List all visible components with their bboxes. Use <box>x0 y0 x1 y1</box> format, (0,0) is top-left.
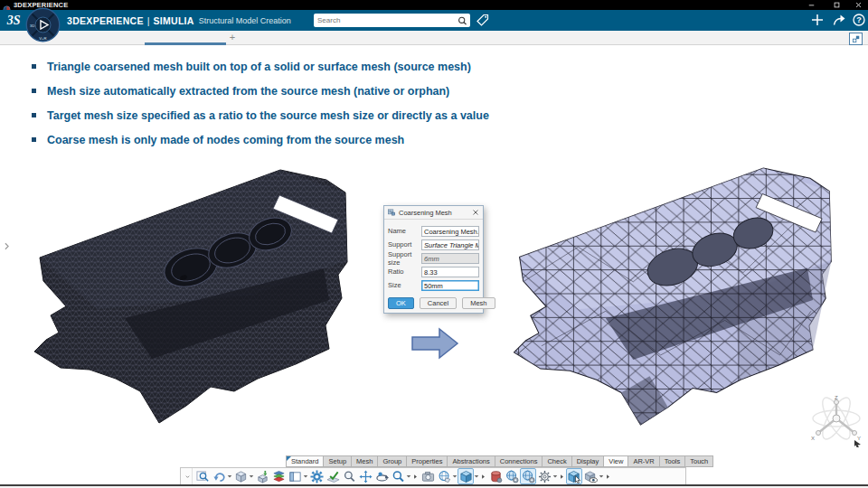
tab-check[interactable]: Check <box>542 455 571 467</box>
camera-icon[interactable] <box>420 468 436 484</box>
bullet-square-icon <box>32 137 36 142</box>
zoom-area-icon[interactable] <box>194 468 211 484</box>
field-label: Support <box>388 240 421 249</box>
compass-vr-label: V+R <box>39 36 46 41</box>
iso-cube-icon[interactable] <box>232 468 249 484</box>
app-icon <box>3 1 11 9</box>
cube-eye-icon[interactable] <box>582 468 599 484</box>
tab-properties[interactable]: Properties <box>407 455 448 467</box>
coarsening-mesh-dialog[interactable]: Coarsening Mesh NameCoarsening Mesh.1Sup… <box>383 205 484 314</box>
field-input-support-size[interactable]: 6mm <box>421 253 479 264</box>
app-title: 3DEXPERIENCE | SIMULIA Structural Model … <box>67 10 291 31</box>
slide-bullet-list: Triangle coarsened mesh built on top of … <box>32 55 489 153</box>
globe-cube-icon[interactable] <box>436 468 452 484</box>
app-name: SIMULIA <box>153 15 193 26</box>
globe-gear-icon[interactable] <box>504 468 520 484</box>
bullet-item: Triangle coarsened mesh built on top of … <box>32 55 489 80</box>
tab-connections[interactable]: Connections <box>495 455 543 467</box>
toolbar-flyout-arrow-icon[interactable] <box>604 468 612 484</box>
tab-setup[interactable]: Setup <box>324 455 352 467</box>
dialog-field-row: Size50mm <box>388 278 479 292</box>
cube-cursor-icon[interactable] <box>566 468 582 484</box>
svg-text:3S: 3S <box>6 14 21 27</box>
brand-text: 3DEXPERIENCE <box>67 15 144 26</box>
ok-button[interactable]: OK <box>388 297 414 309</box>
tab-ar-vr[interactable]: AR-VR <box>628 455 659 467</box>
pan-icon[interactable] <box>357 468 373 484</box>
field-input-size[interactable]: 50mm <box>421 280 479 291</box>
bullet-item: Target mesh size specified as a ratio to… <box>32 104 489 128</box>
expand-window-button[interactable] <box>849 33 863 45</box>
field-input-ratio[interactable]: 8.33 <box>421 267 479 277</box>
axis-triad-robot[interactable]: Z X Y <box>809 395 863 447</box>
undo-icon[interactable] <box>211 468 227 484</box>
bullet-square-icon <box>32 113 36 117</box>
tab-mesh[interactable]: Mesh <box>352 455 378 467</box>
compass-3d-label: 3D <box>30 23 34 28</box>
source-mesh-engine-block[interactable] <box>25 164 371 425</box>
mesh-button[interactable]: Mesh <box>462 297 495 309</box>
gear-outline-icon[interactable] <box>536 468 552 484</box>
tab-tools[interactable]: Tools <box>660 455 686 467</box>
tab-abstractions[interactable]: Abstractions <box>448 455 495 467</box>
panel-icon[interactable] <box>287 468 303 484</box>
toolbar-flyout-arrow-icon[interactable] <box>558 468 566 484</box>
tag-icon[interactable] <box>476 13 490 27</box>
bullet-text: Mesh size automatically extracted from t… <box>47 85 449 98</box>
bullet-square-icon <box>32 89 36 93</box>
3dexperience-compass-icon[interactable]: 3D V+R <box>25 7 61 42</box>
bullet-square-icon <box>32 64 36 69</box>
action-bar-toolbar <box>180 467 686 485</box>
cylinder-red-icon[interactable] <box>487 468 504 484</box>
coarsening-mesh-icon <box>387 208 396 217</box>
magnifier-icon[interactable] <box>341 468 357 484</box>
gear-blue-icon[interactable] <box>308 468 325 484</box>
minimize-button[interactable] <box>803 0 819 10</box>
expand-panel-chevron-icon[interactable] <box>1 239 13 251</box>
cube-blue-icon[interactable] <box>458 468 474 484</box>
layers-icon[interactable] <box>270 468 287 484</box>
tab-group[interactable]: Group <box>378 455 407 467</box>
toolbar-collapse-button[interactable] <box>183 468 193 484</box>
help-icon[interactable]: ? <box>852 13 866 27</box>
field-input-support[interactable]: Surface Triangle Mesh <box>421 239 479 250</box>
import-box-icon[interactable] <box>254 468 270 484</box>
field-label: Name <box>388 227 421 235</box>
zoom-q-icon[interactable] <box>390 468 406 484</box>
cursor-arrow <box>854 440 861 447</box>
bullet-text: Target mesh size specified as a ratio to… <box>47 109 489 122</box>
dialog-titlebar[interactable]: Coarsening Mesh <box>384 206 483 220</box>
globe-gear-boxed-icon[interactable] <box>520 468 536 484</box>
toolbar-flyout-arrow-icon[interactable] <box>411 468 420 484</box>
transformation-arrow <box>409 325 461 361</box>
bullet-text: Coarse mesh is only made of nodes coming… <box>47 134 404 146</box>
cancel-button[interactable]: Cancel <box>420 297 457 309</box>
new-tab-button[interactable]: + <box>226 31 239 43</box>
dialog-field-row: Ratio8.33 <box>388 265 479 278</box>
dialog-field-row: Support size6mm <box>388 251 479 265</box>
coarsened-mesh-engine-block[interactable] <box>503 163 857 427</box>
search-input[interactable] <box>314 16 457 24</box>
triad-y-label: Y <box>857 436 861 441</box>
check-surface-icon[interactable] <box>325 468 341 484</box>
search-icon[interactable] <box>457 14 468 26</box>
dialog-title: Coarsening Mesh <box>399 209 471 217</box>
close-button[interactable] <box>850 0 866 10</box>
maximize-button[interactable] <box>828 0 844 10</box>
dialog-field-row: NameCoarsening Mesh.1 <box>388 224 479 238</box>
triad-x-label: X <box>811 436 815 441</box>
tab-touch[interactable]: Touch <box>685 455 713 467</box>
field-label: Support size <box>388 250 421 267</box>
rotate-icon[interactable] <box>373 468 390 484</box>
svg-text:?: ? <box>856 15 862 24</box>
toolbar-flyout-arrow-icon[interactable] <box>479 468 487 484</box>
tab-view[interactable]: View <box>604 455 628 467</box>
active-tab-indicator[interactable] <box>145 42 226 45</box>
tab-display[interactable]: Display <box>572 455 605 467</box>
add-content-icon[interactable] <box>810 13 825 27</box>
search-box[interactable] <box>314 14 470 27</box>
dialog-close-icon[interactable] <box>471 208 480 217</box>
share-icon[interactable] <box>832 13 846 27</box>
field-input-name[interactable]: Coarsening Mesh.1 <box>421 226 479 237</box>
tab-standard[interactable]: Standard <box>286 455 324 467</box>
